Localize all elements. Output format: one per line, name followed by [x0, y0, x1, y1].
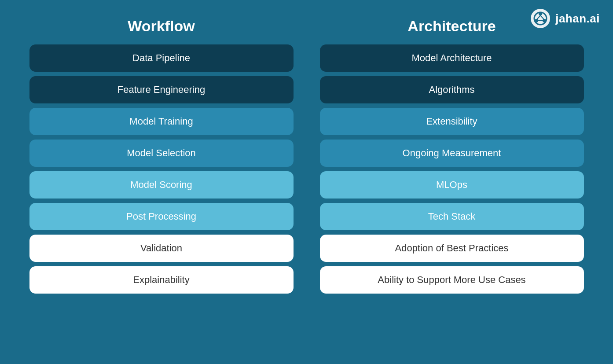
card-item: Adoption of Best Practices — [320, 235, 584, 262]
card-item: Ongoing Measurement — [320, 140, 584, 167]
logo-icon — [530, 8, 551, 29]
card-item: Post Processing — [29, 203, 294, 230]
card-item: Extensibility — [320, 108, 584, 135]
card-item: Data Pipeline — [29, 44, 294, 72]
card-item: Model Selection — [29, 140, 294, 167]
main-content: Workflow Data PipelineFeature Engineerin… — [0, 4, 613, 302]
card-item: Tech Stack — [320, 203, 584, 230]
card-item: MLOps — [320, 171, 584, 199]
card-item: Feature Engineering — [29, 76, 294, 103]
architecture-column: Architecture Model ArchitectureAlgorithm… — [320, 13, 584, 294]
card-item: Model Architecture — [320, 44, 584, 72]
workflow-title: Workflow — [29, 18, 294, 35]
card-item: Model Training — [29, 108, 294, 135]
card-item: Model Scoring — [29, 171, 294, 199]
architecture-card-list: Model ArchitectureAlgorithmsExtensibilit… — [320, 44, 584, 294]
card-item: Ability to Support More Use Cases — [320, 266, 584, 294]
card-item: Validation — [29, 235, 294, 262]
logo-text: jahan.ai — [555, 12, 600, 26]
card-item: Algorithms — [320, 76, 584, 103]
workflow-column: Workflow Data PipelineFeature Engineerin… — [29, 13, 294, 294]
logo-area: jahan.ai — [530, 8, 600, 29]
workflow-card-list: Data PipelineFeature EngineeringModel Tr… — [29, 44, 294, 294]
card-item: Explainability — [29, 266, 294, 294]
svg-point-2 — [539, 12, 542, 15]
